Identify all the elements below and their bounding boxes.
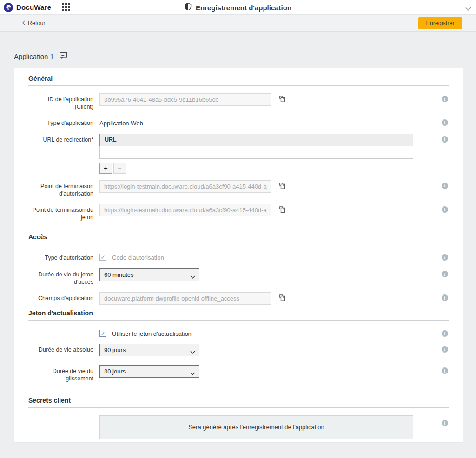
app-type-row: Type d'application Application Web i xyxy=(28,117,449,127)
info-icon[interactable]: i xyxy=(442,330,448,337)
add-url-button[interactable]: + xyxy=(99,163,112,174)
secret-placeholder-box: Sera généré après l'enregistrement de l'… xyxy=(99,415,413,439)
redirect-url-label: URL de redirection* xyxy=(28,134,93,144)
info-icon[interactable]: i xyxy=(442,136,448,143)
auth-endpoint-input[interactable] xyxy=(99,180,271,193)
client-id-input[interactable] xyxy=(99,93,271,106)
apps-grid-icon[interactable] xyxy=(62,3,71,12)
section-refresh-heading: Jeton d'actualisation xyxy=(28,309,449,321)
token-lifetime-select[interactable]: 60 minutes xyxy=(99,268,199,281)
chevron-down-icon xyxy=(190,348,195,355)
redirect-url-row: URL de redirection* URL + − i xyxy=(28,134,449,174)
scopes-row: Champs d'application i xyxy=(28,292,449,305)
sliding-lifetime-value: 30 jours xyxy=(104,368,126,375)
copy-auth-endpoint-icon[interactable] xyxy=(279,182,286,192)
section-access-heading: Accès xyxy=(28,233,449,244)
url-table-header: URL xyxy=(99,134,413,146)
rename-comment-icon[interactable] xyxy=(60,52,67,61)
section-general-heading: Général xyxy=(28,75,449,86)
chevron-down-icon xyxy=(190,370,195,377)
scopes-label: Champs d'application xyxy=(28,292,93,302)
token-lifetime-label: Durée de vie du jeton d'accès xyxy=(28,268,93,286)
top-header: DocuWare Enregistrement d'application xyxy=(0,0,476,15)
back-label: Retour xyxy=(28,20,46,26)
redirect-url-table: URL xyxy=(99,134,413,159)
token-endpoint-input[interactable] xyxy=(99,204,271,216)
brand-name: DocuWare xyxy=(16,3,51,11)
token-endpoint-label: Point de terminaison du jeton xyxy=(28,204,93,221)
absolute-lifetime-row: Durée de vie absolue 90 jours i xyxy=(28,344,449,356)
secret-placeholder-text: Sera généré après l'enregistrement de l'… xyxy=(188,424,324,431)
grant-type-label: Type d'autorisation xyxy=(28,252,93,262)
docuware-logo-icon xyxy=(4,3,13,12)
back-chevron-icon xyxy=(22,20,25,26)
url-table-empty-row[interactable] xyxy=(99,146,413,159)
absolute-lifetime-value: 90 jours xyxy=(104,347,126,353)
copy-token-endpoint-icon[interactable] xyxy=(279,206,286,216)
absolute-lifetime-select[interactable]: 90 jours xyxy=(99,344,199,356)
client-id-label: ID de l'application (Client) xyxy=(28,93,93,111)
action-toolbar: Retour Enregistrer xyxy=(0,15,476,32)
application-form-card: Général ID de l'application (Client) i T… xyxy=(14,68,463,443)
client-id-row: ID de l'application (Client) i xyxy=(28,93,449,111)
secrets-row: Sera généré après l'enregistrement de l'… xyxy=(28,415,449,439)
sliding-lifetime-row: Durée de vie du glissement 30 jours i xyxy=(28,365,449,382)
use-refresh-checkbox[interactable] xyxy=(99,330,106,337)
grant-type-row: Type d'autorisation Code d'autorisation … xyxy=(28,252,449,262)
info-icon[interactable]: i xyxy=(442,271,448,277)
copy-client-id-icon[interactable] xyxy=(279,95,286,105)
info-icon[interactable]: i xyxy=(442,294,448,301)
token-lifetime-value: 60 minutes xyxy=(104,271,134,278)
section-secrets-heading: Secrets client xyxy=(28,397,449,408)
page-title: Enregistrement d'application xyxy=(196,4,291,12)
auth-endpoint-row: Point de terminaison d'autorisation i xyxy=(28,180,449,197)
docuware-brand[interactable]: DocuWare xyxy=(0,3,51,12)
info-icon[interactable]: i xyxy=(442,206,448,213)
save-button[interactable]: Enregistrer xyxy=(418,17,462,29)
info-icon[interactable]: i xyxy=(442,367,448,374)
collapse-chevron-icon[interactable] xyxy=(465,4,471,13)
info-icon[interactable]: i xyxy=(442,346,448,353)
use-refresh-row: Utiliser le jeton d'actualisation i xyxy=(28,328,449,337)
info-icon[interactable]: i xyxy=(442,420,448,426)
app-type-label: Type d'application xyxy=(28,117,93,127)
absolute-lifetime-label: Durée de vie absolue xyxy=(28,344,93,354)
use-refresh-checkbox-label: Utiliser le jeton d'actualisation xyxy=(112,328,192,337)
sliding-lifetime-select[interactable]: 30 jours xyxy=(99,365,199,378)
back-button[interactable]: Retour xyxy=(22,20,46,26)
scopes-input[interactable] xyxy=(99,292,271,305)
info-icon[interactable]: i xyxy=(442,119,448,126)
shield-icon xyxy=(185,3,192,12)
info-icon[interactable]: i xyxy=(442,183,448,189)
token-endpoint-row: Point de terminaison du jeton i xyxy=(28,204,449,221)
info-icon[interactable]: i xyxy=(442,96,448,102)
application-title: Application 1 xyxy=(14,52,54,60)
remove-url-button[interactable]: − xyxy=(113,163,126,174)
chevron-down-icon xyxy=(190,273,195,280)
app-type-value: Application Web xyxy=(99,117,143,127)
token-lifetime-row: Durée de vie du jeton d'accès 60 minutes… xyxy=(28,268,449,286)
auth-endpoint-label: Point de terminaison d'autorisation xyxy=(28,180,93,197)
copy-scopes-icon[interactable] xyxy=(279,294,286,304)
sliding-lifetime-label: Durée de vie du glissement xyxy=(28,365,93,382)
auth-code-checkbox[interactable] xyxy=(99,254,106,261)
info-icon[interactable]: i xyxy=(442,254,448,261)
auth-code-checkbox-label: Code d'autorisation xyxy=(112,252,164,261)
